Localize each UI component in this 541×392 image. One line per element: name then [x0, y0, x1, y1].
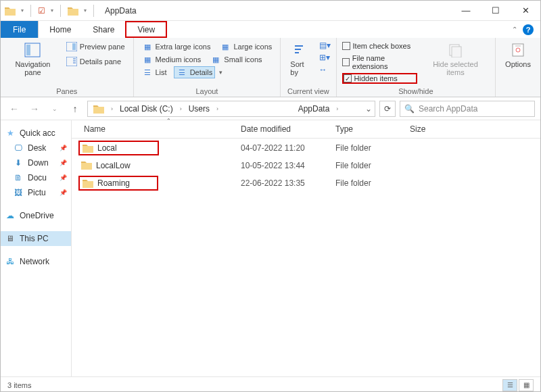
navigation-pane-button[interactable]: Navigation pane [6, 41, 60, 78]
ribbon-tabs: File Home Share View ⌃ ? [1, 21, 540, 38]
column-header-date[interactable]: Date modified [241, 124, 335, 134]
recent-locations-button[interactable]: ⌄ [47, 101, 63, 117]
nav-onedrive[interactable]: ☁OneDrive [1, 208, 71, 223]
tab-file[interactable]: File [1, 21, 39, 38]
desktop-icon: 🖵 [13, 143, 24, 153]
forward-button[interactable]: → [26, 101, 43, 117]
column-header-name[interactable]: Name⌃ [72, 124, 241, 134]
breadcrumb-dropdown-icon[interactable]: ⌄ [365, 104, 372, 114]
breadcrumb-segment[interactable]: Users [186, 103, 212, 115]
navigation-pane-icon [24, 42, 41, 58]
small-icon: ▦ [210, 55, 221, 64]
file-name-extensions-toggle[interactable]: File name extensions [342, 53, 417, 72]
breadcrumb-segment[interactable]: Local Disk (C:) [117, 103, 176, 115]
chevron-right-icon[interactable]: › [214, 105, 221, 112]
nav-pictures[interactable]: 🖼Pictu📌 [1, 185, 71, 200]
list-item[interactable]: Local 04-07-2022 11:20 File folder [72, 139, 540, 157]
group-label-showhide: Show/hide [342, 86, 490, 95]
back-button[interactable]: ← [6, 101, 22, 117]
overflow-icon[interactable]: ▾ [84, 7, 87, 14]
details-view-button[interactable]: ☰ [502, 379, 517, 391]
add-columns-icon[interactable]: ⊞▾ [319, 53, 331, 62]
nav-desktop[interactable]: 🖵Desk📌 [1, 141, 71, 155]
minimize-button[interactable]: — [451, 1, 481, 21]
large-icons-button[interactable]: ▦Large icons [217, 41, 275, 53]
item-date: 04-07-2022 11:20 [241, 143, 335, 153]
small-icons-button[interactable]: ▦Small icons [208, 53, 264, 66]
list-icon: ☰ [142, 68, 153, 77]
large-icons-view-button[interactable]: ▦ [519, 379, 534, 391]
sort-by-button[interactable]: Sort by [286, 41, 314, 78]
item-type: File folder [335, 143, 410, 153]
breadcrumb-segment[interactable]: AppData [296, 103, 333, 115]
layout-more-icon[interactable]: ▾ [219, 69, 222, 76]
medium-icons-button[interactable]: ▦Medium icons [139, 53, 204, 66]
maximize-button[interactable]: ☐ [481, 1, 511, 21]
tab-share[interactable]: Share [82, 21, 125, 38]
column-headers: Name⌃ Date modified Type Size [72, 120, 540, 139]
folder-icon [68, 6, 78, 16]
extra-large-icons-button[interactable]: ▦Extra large icons [139, 41, 214, 53]
group-by-icon[interactable]: ▤▾ [319, 41, 331, 50]
column-header-type[interactable]: Type [335, 124, 410, 134]
chevron-right-icon[interactable]: › [333, 105, 341, 112]
item-check-boxes-toggle[interactable]: Item check boxes [342, 41, 417, 51]
options-button[interactable]: Options [501, 41, 535, 70]
list-item[interactable]: LocalLow 10-05-2022 13:44 File folder [72, 157, 540, 174]
collapse-ribbon-icon[interactable]: ⌃ [512, 26, 517, 33]
status-item-count: 3 items [7, 381, 31, 389]
ribbon-group-options: Options [496, 38, 540, 97]
pin-icon: 📌 [60, 160, 67, 166]
folder-icon [93, 104, 104, 114]
nav-network[interactable]: 🖧Network [1, 254, 71, 269]
details-pane-button[interactable]: Details pane [64, 55, 128, 68]
breadcrumb[interactable]: › Local Disk (C:) › Users › AppData › ⌄ [87, 101, 375, 117]
thispc-icon: 🖥 [5, 234, 16, 243]
navigation-pane-label: Navigation pane [10, 60, 55, 76]
ribbon-group-current-view: Sort by ▤▾ ⊞▾ ↔ Current view [281, 38, 336, 97]
search-input[interactable]: 🔍 Search AppData [400, 101, 535, 117]
chevron-right-icon[interactable]: › [177, 105, 185, 112]
list-item[interactable]: Roaming 22-06-2022 13:35 File folder [72, 174, 540, 193]
search-icon: 🔍 [404, 104, 415, 114]
details-icon: ☰ [177, 68, 187, 77]
svg-rect-4 [66, 57, 77, 66]
close-button[interactable]: ✕ [511, 1, 540, 21]
tab-view[interactable]: View [125, 21, 167, 38]
main-area: ★Quick acc 🖵Desk📌 ⬇Down📌 🗎Docu📌 🖼Pictu📌 … [1, 120, 540, 376]
help-icon[interactable]: ? [523, 24, 534, 35]
hide-selected-button[interactable]: Hide selected items [421, 41, 490, 78]
pin-icon: 📌 [60, 174, 67, 181]
qat-dropdown-icon[interactable]: ▾ [51, 7, 53, 14]
ribbon-group-layout: ▦Extra large icons ▦Large icons ▦Medium … [134, 38, 281, 97]
folder-icon [83, 179, 93, 188]
search-placeholder: Search AppData [419, 104, 477, 114]
nav-downloads[interactable]: ⬇Down📌 [1, 155, 71, 170]
qat-dropdown-icon[interactable]: ▾ [21, 7, 24, 14]
checkbox-icon[interactable]: ☑ [38, 6, 45, 16]
preview-pane-button[interactable]: Preview pane [64, 41, 128, 53]
network-icon: 🖧 [5, 257, 16, 266]
svg-rect-1 [26, 45, 30, 55]
onedrive-icon: ☁ [5, 211, 16, 220]
details-button[interactable]: ☰Details [174, 66, 216, 78]
group-label-layout: Layout [139, 86, 275, 95]
hidden-items-toggle[interactable]: ✓Hidden items [342, 73, 417, 84]
up-button[interactable]: ↑ [67, 101, 83, 117]
nav-documents[interactable]: 🗎Docu📌 [1, 170, 71, 185]
list-button[interactable]: ☰List [139, 66, 170, 78]
chevron-right-icon[interactable]: › [108, 105, 116, 112]
item-date: 22-06-2022 13:35 [241, 178, 335, 188]
nav-quick-access[interactable]: ★Quick acc [1, 126, 71, 141]
item-type: File folder [335, 161, 410, 170]
ribbon: Navigation pane Preview pane Details pan… [1, 38, 540, 97]
nav-this-pc[interactable]: 🖥This PC [1, 231, 71, 246]
size-columns-icon[interactable]: ↔ [319, 65, 331, 74]
folder-icon [81, 161, 92, 170]
item-name: Roaming [97, 178, 130, 188]
tab-home[interactable]: Home [39, 21, 82, 38]
refresh-button[interactable]: ⟳ [379, 101, 396, 117]
ribbon-group-showhide: Item check boxes File name extensions ✓H… [337, 38, 496, 97]
ribbon-group-panes: Navigation pane Preview pane Details pan… [1, 38, 134, 97]
column-header-size[interactable]: Size [410, 124, 540, 134]
